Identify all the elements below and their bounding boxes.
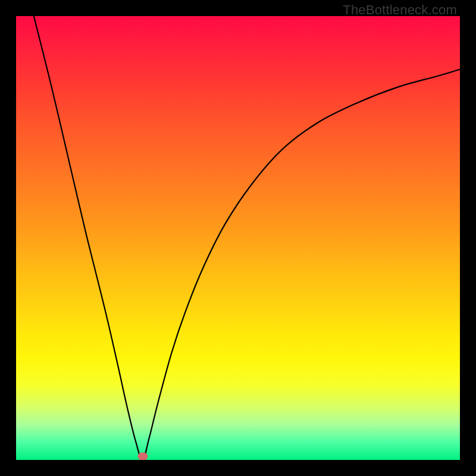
plot-area bbox=[16, 16, 460, 460]
minimum-marker bbox=[137, 453, 148, 460]
bottleneck-curve bbox=[16, 16, 460, 460]
curve-path bbox=[34, 16, 460, 460]
